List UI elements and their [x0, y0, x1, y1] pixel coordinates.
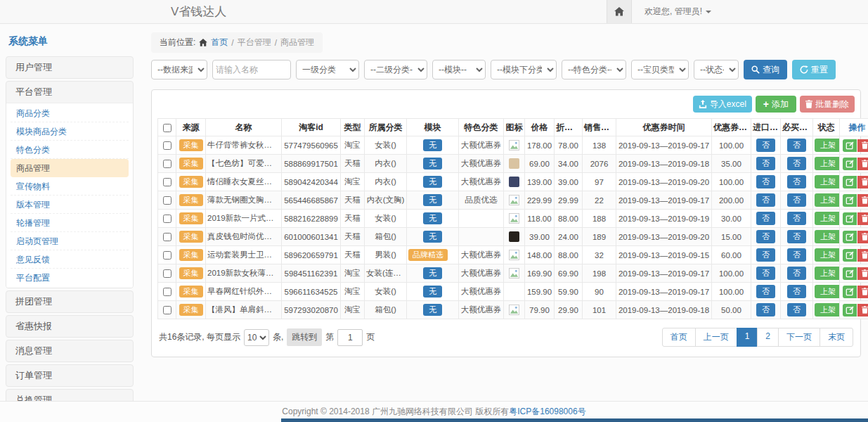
sidebar-subitem[interactable]: 意见反馈	[11, 250, 129, 269]
row-checkbox[interactable]	[163, 160, 171, 168]
status-button[interactable]: 上架	[815, 139, 840, 151]
import-select-toggle[interactable]: 否	[756, 285, 775, 298]
edit-button[interactable]	[843, 286, 857, 298]
must-buy-toggle[interactable]: 否	[787, 193, 806, 206]
user-menu[interactable]: 欢迎您, 管理员!	[644, 6, 711, 18]
filter-select-status[interactable]: --状态--	[694, 60, 739, 79]
filter-select-feature-category[interactable]: --特色分类--	[562, 60, 626, 79]
delete-button[interactable]	[857, 139, 868, 152]
delete-button[interactable]	[857, 249, 868, 262]
status-button[interactable]: 上架	[815, 303, 840, 316]
row-checkbox[interactable]	[163, 196, 171, 205]
delete-button[interactable]	[857, 158, 868, 170]
sidebar-subitem[interactable]: 版本管理	[11, 196, 129, 214]
edit-button[interactable]	[843, 176, 857, 188]
sidebar-subitem[interactable]: 启动页管理	[11, 232, 129, 250]
must-buy-toggle[interactable]: 否	[787, 267, 806, 279]
row-checkbox[interactable]	[163, 141, 171, 150]
sidebar-item[interactable]: 用户管理	[6, 57, 133, 78]
sidebar-subitem[interactable]: 轮播管理	[11, 214, 129, 232]
status-button[interactable]: 上架	[815, 267, 840, 279]
home-button[interactable]	[607, 0, 632, 23]
delete-button[interactable]	[857, 194, 868, 207]
pager-item[interactable]: 2	[757, 328, 779, 347]
must-buy-toggle[interactable]: 否	[787, 285, 806, 298]
filter-select-item-type[interactable]: --宝贝类型--	[631, 60, 689, 79]
must-buy-toggle[interactable]: 否	[787, 212, 806, 224]
filter-select-data-source[interactable]: --数据来源--	[151, 60, 207, 79]
pager-item[interactable]: 下一页	[778, 328, 820, 347]
filter-select-level2-category[interactable]: --二级分类--	[364, 60, 427, 79]
sidebar-subitem[interactable]: 商品分类	[11, 104, 129, 122]
filter-input-name-keyword[interactable]	[212, 60, 291, 79]
status-button[interactable]: 上架	[815, 248, 840, 261]
must-buy-toggle[interactable]: 否	[787, 175, 806, 188]
must-buy-toggle[interactable]: 否	[787, 248, 806, 261]
import-select-toggle[interactable]: 否	[756, 175, 775, 188]
must-buy-toggle[interactable]: 否	[787, 303, 806, 316]
delete-button[interactable]	[857, 304, 868, 316]
jump-button[interactable]: 跳转到	[287, 328, 322, 346]
sidebar-item[interactable]: 拼团管理	[6, 291, 133, 312]
pager-item[interactable]: 上一页	[695, 328, 737, 347]
sidebar-subitem[interactable]: 模块商品分类	[11, 122, 129, 141]
page-size-select[interactable]: 10	[244, 329, 269, 346]
delete-button[interactable]	[857, 212, 868, 225]
filter-select-module[interactable]: --模块--	[432, 60, 486, 79]
status-button[interactable]: 上架	[815, 285, 840, 298]
row-checkbox[interactable]	[163, 288, 171, 296]
must-buy-toggle[interactable]: 否	[787, 157, 806, 170]
filter-select-module-subcategory[interactable]: --模块下分类--	[491, 60, 557, 79]
edit-button[interactable]	[843, 249, 857, 262]
sidebar-subitem[interactable]: 宣传物料	[11, 177, 129, 196]
row-checkbox[interactable]	[163, 269, 171, 278]
import-select-toggle[interactable]: 否	[756, 230, 775, 243]
status-button[interactable]: 上架	[815, 193, 840, 206]
sidebar-item[interactable]: 消息管理	[6, 340, 133, 362]
delete-button[interactable]	[857, 286, 868, 298]
edit-button[interactable]	[843, 304, 857, 316]
edit-button[interactable]	[843, 212, 857, 225]
edit-button[interactable]	[843, 267, 857, 280]
edit-button[interactable]	[843, 231, 857, 243]
reset-button[interactable]: 重置	[792, 60, 836, 79]
row-checkbox[interactable]	[163, 178, 171, 186]
import-select-toggle[interactable]: 否	[756, 212, 775, 224]
sidebar-item[interactable]: 订单管理	[6, 365, 133, 386]
status-button[interactable]: 上架	[815, 230, 840, 243]
status-button[interactable]: 上架	[815, 175, 840, 188]
pager-item[interactable]: 1	[737, 328, 758, 347]
breadcrumb-home-link[interactable]: 首页	[211, 37, 228, 49]
delete-button[interactable]	[857, 176, 868, 188]
must-buy-toggle[interactable]: 否	[787, 139, 806, 151]
filter-select-level1-category[interactable]: 一级分类	[296, 60, 359, 79]
edit-button[interactable]	[843, 194, 857, 207]
row-checkbox[interactable]	[163, 306, 171, 314]
icp-link[interactable]: 粤ICP备16098006号	[509, 406, 585, 418]
sidebar-subitem[interactable]: 特色分类	[11, 141, 129, 159]
row-checkbox[interactable]	[163, 251, 171, 260]
import-select-toggle[interactable]: 否	[756, 267, 775, 279]
import-select-toggle[interactable]: 否	[756, 248, 775, 261]
sidebar-item[interactable]: 兑换管理	[6, 390, 133, 401]
edit-button[interactable]	[843, 139, 857, 152]
sidebar-item[interactable]: 省惠快报	[6, 316, 133, 337]
search-button[interactable]: 查询	[744, 60, 787, 79]
status-button[interactable]: 上架	[815, 212, 840, 224]
edit-button[interactable]	[843, 158, 857, 170]
sidebar-subitem[interactable]: 商品管理	[11, 159, 129, 177]
row-checkbox[interactable]	[163, 233, 171, 241]
add-button[interactable]: + 添加	[756, 96, 796, 113]
select-all-checkbox[interactable]	[163, 124, 171, 132]
delete-button[interactable]	[857, 231, 868, 243]
row-checkbox[interactable]	[163, 215, 171, 223]
sidebar-item[interactable]: 平台管理	[6, 82, 133, 103]
import-select-toggle[interactable]: 否	[756, 193, 775, 206]
import-select-toggle[interactable]: 否	[756, 157, 775, 170]
pager-item[interactable]: 首页	[662, 328, 696, 347]
batch-delete-button[interactable]: 批量删除	[800, 96, 855, 113]
import-select-toggle[interactable]: 否	[756, 303, 775, 316]
import-excel-button[interactable]: 导入excel	[693, 96, 752, 113]
delete-button[interactable]	[857, 267, 868, 280]
import-select-toggle[interactable]: 否	[756, 139, 775, 151]
